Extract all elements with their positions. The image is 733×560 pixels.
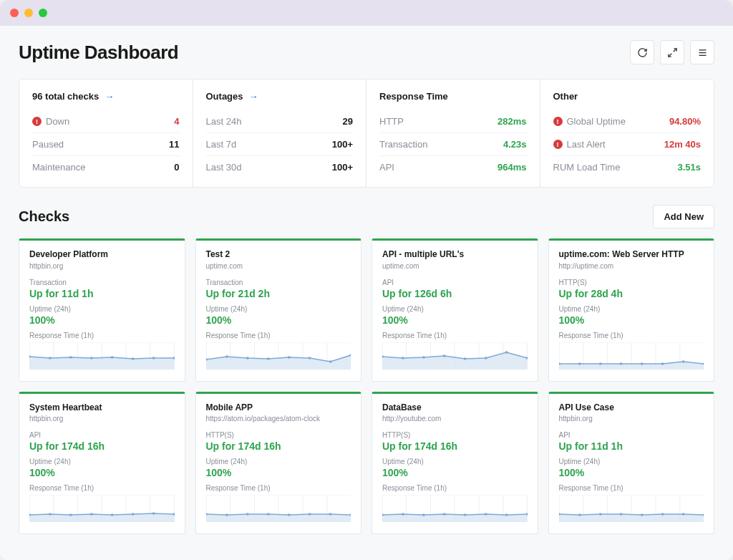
refresh-button[interactable]: [630, 40, 654, 64]
svg-point-35: [287, 356, 290, 359]
summary-row-value: 29: [343, 116, 353, 127]
header-row: Uptime Dashboard: [19, 40, 714, 64]
summary-row[interactable]: RUM Load Time3.51s: [553, 155, 702, 178]
svg-point-50: [422, 356, 425, 359]
svg-point-54: [505, 351, 508, 354]
summary-row[interactable]: Paused11: [32, 132, 180, 155]
svg-point-122: [505, 513, 508, 516]
summary-row-value: 94.80%: [669, 116, 701, 127]
check-card[interactable]: API Use Casehttpbin.orgAPIUp for 11d 1hU…: [548, 392, 715, 535]
check-card[interactable]: API - multiple URL'suptime.comAPIUp for …: [372, 238, 538, 382]
svg-point-18: [111, 356, 114, 359]
card-type-label: API: [559, 431, 704, 439]
svg-point-85: [90, 513, 93, 516]
window-close-dot[interactable]: [10, 9, 19, 17]
svg-point-118: [422, 513, 425, 516]
svg-line-0: [673, 48, 676, 51]
add-new-button[interactable]: Add New: [653, 205, 714, 228]
svg-point-37: [329, 360, 331, 363]
summary-heading[interactable]: 96 total checks→: [32, 91, 180, 102]
card-uptime-value: 100%: [559, 467, 704, 478]
check-card[interactable]: uptime.com: Web Server HTTPhttp://uptime…: [548, 238, 715, 382]
sparkline-chart: [206, 495, 351, 522]
window-maximize-dot[interactable]: [39, 9, 47, 17]
svg-point-102: [266, 513, 269, 516]
card-subtitle: https://atom.io/packages/atom-clock: [206, 415, 351, 423]
card-response-label: Response Time (1h): [382, 332, 528, 339]
svg-point-68: [619, 362, 622, 365]
card-response-label: Response Time (1h): [206, 484, 351, 492]
svg-point-138: [661, 513, 664, 516]
card-type-label: Transaction: [29, 279, 175, 286]
summary-checks: 96 total checks→!Down4Paused11Maintenanc…: [19, 79, 193, 187]
svg-point-119: [443, 513, 446, 516]
svg-point-32: [225, 355, 228, 358]
summary-row[interactable]: Maintenance0: [32, 155, 180, 178]
summary-panel: 96 total checks→!Down4Paused11Maintenanc…: [19, 79, 714, 188]
summary-row-value: 282ms: [497, 116, 526, 127]
card-status: Up for 28d 4h: [559, 288, 704, 299]
svg-point-136: [619, 513, 622, 516]
svg-point-135: [598, 513, 601, 516]
card-uptime-value: 100%: [29, 467, 175, 478]
svg-point-33: [246, 357, 248, 359]
summary-heading-text: Response Time: [379, 91, 448, 102]
svg-point-34: [266, 357, 269, 360]
card-status: Up for 126d 6h: [382, 288, 528, 299]
summary-row[interactable]: !Down4: [32, 110, 180, 132]
card-uptime-label: Uptime (24h): [559, 458, 704, 465]
svg-point-84: [69, 513, 72, 516]
card-type-label: HTTP(S): [206, 431, 351, 439]
card-title: System Heartbeat: [29, 402, 175, 414]
summary-row[interactable]: Last 30d100+: [206, 155, 354, 178]
summary-row[interactable]: !Last Alert12m 40s: [553, 132, 702, 155]
summary-heading[interactable]: Outages→: [206, 91, 354, 102]
summary-row-label: HTTP: [379, 116, 404, 127]
check-card[interactable]: Mobile APPhttps://atom.io/packages/atom-…: [195, 392, 362, 535]
svg-point-17: [90, 357, 93, 359]
summary-row-value: 964ms: [497, 162, 526, 173]
window-minimize-dot[interactable]: [24, 9, 33, 17]
svg-line-1: [668, 53, 671, 56]
check-card[interactable]: Developer Platformhttpbin.orgTransaction…: [19, 238, 185, 382]
check-card[interactable]: DataBasehttp://youtube.comHTTP(S)Up for …: [372, 392, 538, 535]
card-uptime-label: Uptime (24h): [206, 305, 351, 313]
svg-point-36: [308, 357, 311, 359]
card-subtitle: http://youtube.com: [382, 415, 528, 423]
summary-heading[interactable]: Response Time: [379, 91, 527, 102]
summary-row-label: Last 30d: [206, 162, 242, 173]
card-uptime-value: 100%: [206, 314, 351, 326]
summary-row[interactable]: Transaction4.23s: [379, 132, 527, 155]
summary-row[interactable]: !Global Uptime94.80%: [553, 110, 702, 132]
summary-row-value: 4.23s: [503, 139, 527, 150]
svg-point-87: [132, 513, 135, 516]
summary-heading[interactable]: Other: [553, 91, 702, 102]
app-window: Uptime Dashboard 96 total checks→!Down4P…: [0, 0, 733, 560]
summary-row-value: 12m 40s: [664, 139, 701, 150]
summary-row[interactable]: Last 24h29: [206, 110, 354, 132]
svg-point-49: [402, 357, 404, 359]
fullscreen-button[interactable]: [660, 40, 684, 64]
summary-row[interactable]: API964ms: [379, 155, 527, 178]
card-subtitle: uptime.com: [382, 262, 528, 270]
card-response-label: Response Time (1h): [206, 332, 351, 339]
svg-point-104: [308, 513, 311, 516]
svg-point-69: [640, 362, 643, 365]
summary-row-value: 100+: [332, 139, 353, 150]
alert-icon: !: [553, 140, 563, 149]
svg-point-101: [246, 513, 248, 516]
check-card[interactable]: System Heartbeathttpbin.orgAPIUp for 174…: [19, 392, 185, 535]
summary-row[interactable]: HTTP282ms: [379, 110, 527, 132]
summary-heading-text: 96 total checks: [32, 91, 99, 102]
cards-grid: Developer Platformhttpbin.orgTransaction…: [19, 238, 714, 534]
card-uptime-value: 100%: [29, 314, 175, 326]
summary-other: Other!Global Uptime94.80%!Last Alert12m …: [540, 79, 714, 187]
summary-row-label: !Down: [32, 116, 69, 127]
svg-point-117: [402, 513, 404, 516]
section-title: Checks: [19, 208, 69, 225]
menu-button[interactable]: [690, 40, 714, 64]
check-card[interactable]: Test 2uptime.comTransactionUp for 21d 2h…: [195, 238, 362, 382]
svg-point-139: [681, 513, 684, 516]
sparkline-chart: [206, 342, 351, 370]
summary-row[interactable]: Last 7d100+: [206, 132, 354, 155]
